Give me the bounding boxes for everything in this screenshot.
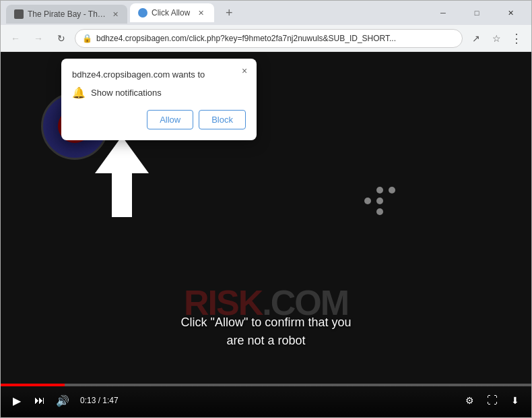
bell-icon: 🔔: [72, 86, 86, 99]
minimize-button[interactable]: ─: [428, 3, 459, 22]
dot-9: [389, 208, 395, 215]
notification-popup: × bdhze4.cropsibagen.com wants to 🔔 Show…: [61, 59, 257, 140]
tab-pirate-label: The Pirate Bay - The galaxy's mo...: [28, 9, 107, 19]
svg-marker-0: [95, 136, 149, 217]
new-tab-button[interactable]: +: [220, 3, 238, 22]
tab-allow[interactable]: Click Allow ✕: [130, 3, 214, 22]
forward-button[interactable]: →: [29, 29, 48, 48]
popup-title: bdhze4.cropsibagen.com wants to: [72, 69, 246, 80]
content-area: RISK.COM Click "Allow" to confirm that y…: [1, 52, 531, 417]
pirate-tab-icon: [14, 9, 24, 19]
share-button[interactable]: ↗: [467, 29, 486, 48]
popup-buttons: Allow Block: [72, 110, 246, 129]
volume-button[interactable]: 🔊: [55, 392, 71, 409]
dot-6: [389, 198, 395, 204]
arrow-container: [88, 133, 156, 223]
loading-dots: [364, 187, 397, 215]
instruction-line2: are not a robot: [1, 332, 531, 350]
shield-tab-icon: [138, 8, 147, 18]
download-button[interactable]: ⬇: [507, 392, 523, 409]
dot-1: [364, 187, 371, 193]
dot-5: [376, 198, 383, 204]
nav-bar: ← → ↻ 🔒 bdhze4.cropsibagen.com/click.php…: [1, 25, 531, 52]
popup-notification-item: 🔔 Show notifications: [72, 86, 246, 99]
lock-icon: 🔒: [82, 34, 92, 43]
progress-fill: [1, 384, 65, 386]
title-bar: The Pirate Bay - The galaxy's mo... ✕ Cl…: [1, 1, 531, 25]
tab-pirate[interactable]: The Pirate Bay - The galaxy's mo... ✕: [6, 5, 127, 24]
address-text: bdhze4.cropsibagen.com/click.php?key=f9h…: [96, 34, 455, 43]
dot-3: [389, 187, 395, 193]
back-button[interactable]: ←: [6, 29, 25, 48]
popup-item-text: Show notifications: [91, 88, 162, 98]
dot-7: [364, 208, 371, 215]
progress-bar[interactable]: [1, 384, 531, 386]
dot-4: [364, 198, 371, 204]
tab-pirate-close[interactable]: ✕: [112, 9, 119, 20]
close-button[interactable]: ✕: [495, 3, 526, 22]
dot-2: [376, 187, 383, 193]
fullscreen-button[interactable]: ⛶: [484, 392, 500, 409]
time-display: 0:13 / 1:47: [80, 396, 119, 405]
block-button[interactable]: Block: [199, 110, 246, 129]
arrow-up-icon: [88, 133, 156, 220]
bookmark-button[interactable]: ☆: [487, 29, 506, 48]
dot-8: [376, 208, 383, 215]
allow-button[interactable]: Allow: [147, 110, 193, 129]
address-bar[interactable]: 🔒 bdhze4.cropsibagen.com/click.php?key=f…: [75, 29, 463, 48]
reload-button[interactable]: ↻: [52, 29, 71, 48]
maximize-button[interactable]: □: [461, 3, 492, 22]
settings-button[interactable]: ⚙: [461, 392, 477, 409]
window-controls: ─ □ ✕: [428, 3, 526, 22]
nav-actions: ↗ ☆ ⋮: [467, 29, 526, 48]
browser-menu-button[interactable]: ⋮: [507, 29, 526, 48]
popup-close-button[interactable]: ×: [238, 64, 251, 78]
video-controls: ▶ ⏭ 🔊 0:13 / 1:47 ⚙ ⛶ ⬇: [1, 384, 531, 417]
tab-allow-close[interactable]: ✕: [195, 7, 206, 18]
instruction-line1: Click "Allow" to confirm that you: [1, 314, 531, 332]
skip-next-button[interactable]: ⏭: [32, 392, 48, 409]
play-button[interactable]: ▶: [9, 392, 25, 409]
browser-window: The Pirate Bay - The galaxy's mo... ✕ Cl…: [0, 0, 532, 418]
instruction-text: Click "Allow" to confirm that you are no…: [1, 314, 531, 350]
tab-allow-label: Click Allow: [152, 8, 190, 18]
